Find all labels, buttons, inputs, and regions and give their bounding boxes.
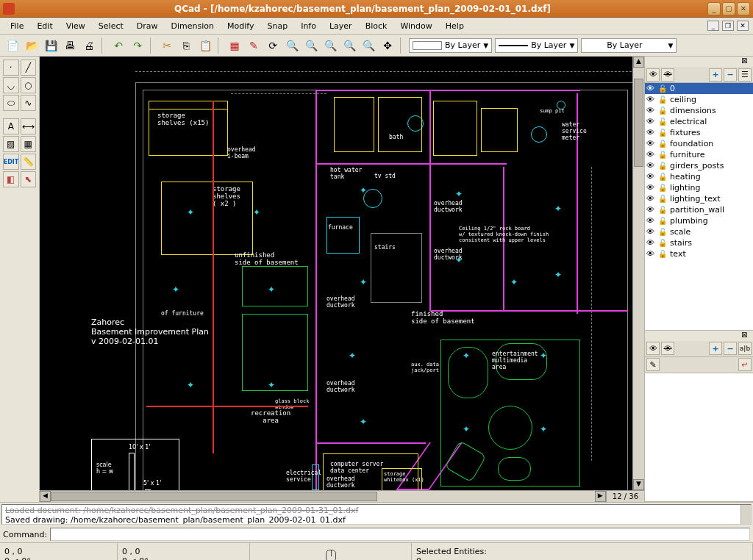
eye-icon[interactable]: 👁	[646, 249, 657, 259]
zoom-in-button[interactable]: 🔍	[284, 37, 300, 54]
layer-row-lighting[interactable]: 👁🔓lighting	[645, 182, 753, 193]
layer-show-all-icon[interactable]: 👁	[646, 68, 660, 82]
block-edit-icon[interactable]: ✎	[646, 358, 660, 371]
eye-icon[interactable]: 👁	[646, 117, 657, 126]
layer-panel-close-icon[interactable]: ⊠	[741, 57, 752, 67]
redo-button[interactable]: ↷	[129, 37, 146, 54]
eye-icon[interactable]: 👁	[646, 227, 657, 237]
lock-icon[interactable]: 🔓	[658, 129, 668, 137]
measure-tool-icon[interactable]: 📏	[21, 154, 36, 170]
layer-row-furniture[interactable]: 👁🔓furniture	[645, 149, 753, 160]
mdi-restore-button[interactable]: ❐	[722, 21, 734, 31]
block-list[interactable]	[645, 373, 753, 501]
layer-add-button[interactable]: +	[709, 68, 722, 82]
save-button[interactable]: 💾	[43, 37, 59, 54]
eye-icon[interactable]: 👁	[646, 84, 657, 93]
menu-window[interactable]: Window	[394, 19, 438, 33]
lock-icon[interactable]: 🔓	[658, 217, 668, 225]
layer-row-scale[interactable]: 👁🔓scale	[645, 226, 753, 237]
point-tool-icon[interactable]: ·	[3, 60, 19, 76]
eye-icon[interactable]: 👁	[646, 150, 657, 159]
layer-row-dimensions[interactable]: 👁🔓dimensions	[645, 105, 753, 116]
layer-row-plumbing[interactable]: 👁🔓plumbing	[645, 215, 753, 226]
arc-tool-icon[interactable]: ◡	[3, 77, 19, 93]
hscroll-thumb[interactable]	[51, 492, 377, 501]
zoom-out-button[interactable]: 🔍	[303, 37, 319, 54]
color-selector[interactable]: By Layer ▼	[409, 38, 492, 53]
eye-icon[interactable]: 👁	[646, 95, 657, 104]
redraw-button[interactable]: ⟳	[265, 37, 281, 54]
select-tool-icon[interactable]: ⬉	[21, 171, 37, 187]
lock-icon[interactable]: 🔓	[658, 96, 668, 104]
layer-row-girders_posts[interactable]: 👁🔓girders_posts	[645, 160, 753, 171]
eye-icon[interactable]: 👁	[646, 106, 657, 115]
new-button[interactable]: 📄	[4, 37, 21, 54]
block-panel-close-icon[interactable]: ⊠	[741, 331, 752, 341]
copy-button[interactable]: ⎘	[178, 37, 194, 54]
scroll-left-icon[interactable]: ◀	[40, 491, 51, 502]
layer-hide-all-icon[interactable]: 👁	[661, 68, 674, 82]
scroll-down-icon[interactable]: ▼	[633, 479, 644, 490]
print-preview-button[interactable]: 🖨	[81, 37, 97, 54]
undo-button[interactable]: ↶	[110, 37, 126, 54]
eye-icon[interactable]: 👁	[646, 205, 657, 215]
open-button[interactable]: 📂	[24, 37, 40, 54]
menu-info[interactable]: Info	[295, 19, 322, 33]
horizontal-scrollbar[interactable]: ◀ ▶ 12 / 36	[40, 490, 644, 502]
lock-icon[interactable]: 🔓	[658, 118, 668, 126]
minimize-button[interactable]: _	[707, 2, 721, 15]
grid-button[interactable]: ▦	[226, 37, 243, 54]
block-rename-button[interactable]: a|b	[738, 342, 752, 355]
menu-view[interactable]: View	[60, 19, 91, 33]
eye-icon[interactable]: 👁	[646, 172, 657, 182]
lock-icon[interactable]: 🔓	[658, 140, 668, 148]
menu-modify[interactable]: Modify	[221, 19, 260, 33]
eye-icon[interactable]: 👁	[646, 128, 657, 137]
eye-icon[interactable]: 👁	[646, 161, 657, 170]
pan-button[interactable]: ✥	[379, 37, 396, 54]
lock-icon[interactable]: 🔓	[658, 85, 668, 93]
layer-edit-button[interactable]: ☰	[738, 68, 752, 82]
lock-icon[interactable]: 🔓	[658, 173, 668, 181]
spline-tool-icon[interactable]: ∿	[21, 95, 37, 111]
zoom-window-button[interactable]: 🔍	[360, 37, 376, 54]
vertical-scrollbar[interactable]: ▲ ▼	[632, 57, 644, 490]
menu-layer[interactable]: Layer	[324, 19, 358, 33]
layer-row-lighting_text[interactable]: 👁🔓lighting_text	[645, 193, 753, 204]
lineweight-selector[interactable]: By Layer ▼	[581, 38, 677, 53]
paste-button[interactable]: 📋	[197, 37, 213, 54]
menu-file[interactable]: File	[4, 19, 29, 33]
lock-icon[interactable]: 🔓	[658, 107, 668, 115]
lock-icon[interactable]: 🔓	[658, 228, 668, 236]
layer-row-fixtures[interactable]: 👁🔓fixtures	[645, 127, 753, 138]
linetype-selector[interactable]: By Layer ▼	[495, 38, 578, 53]
block-add-button[interactable]: +	[709, 342, 722, 355]
block-show-all-icon[interactable]: 👁	[646, 342, 660, 355]
menu-dimension[interactable]: Dimension	[165, 19, 220, 33]
block-insert-icon[interactable]: ↵	[738, 358, 752, 371]
layer-row-foundation[interactable]: 👁🔓foundation	[645, 138, 753, 149]
mdi-minimize-button[interactable]: _	[707, 21, 719, 31]
menu-draw[interactable]: Draw	[131, 19, 164, 33]
layer-row-stairs[interactable]: 👁🔓stairs	[645, 237, 753, 248]
close-button[interactable]: ✕	[737, 2, 750, 15]
circle-tool-icon[interactable]: ○	[21, 77, 37, 93]
print-button[interactable]: 🖶	[62, 37, 78, 54]
layer-remove-button[interactable]: −	[724, 68, 737, 82]
ellipse-tool-icon[interactable]: ⬭	[3, 95, 19, 111]
scroll-up-icon[interactable]: ▲	[633, 57, 644, 68]
lock-icon[interactable]: 🔓	[658, 184, 668, 192]
menu-snap[interactable]: Snap	[261, 19, 293, 33]
line-tool-icon[interactable]: ╱	[21, 60, 37, 76]
block-tool-icon[interactable]: ◧	[3, 171, 19, 187]
dimension-tool-icon[interactable]: ⟷	[21, 118, 37, 134]
cut-button[interactable]: ✂	[159, 37, 175, 54]
hatch-tool-icon[interactable]: ▨	[3, 136, 19, 152]
lock-icon[interactable]: 🔓	[658, 162, 668, 170]
zoom-auto-button[interactable]: 🔍	[322, 37, 338, 54]
eye-icon[interactable]: 👁	[646, 139, 657, 148]
lock-icon[interactable]: 🔓	[658, 250, 668, 258]
lock-icon[interactable]: 🔓	[658, 151, 668, 159]
layer-row-0[interactable]: 👁🔓0	[645, 83, 753, 94]
menu-help[interactable]: Help	[440, 19, 470, 33]
